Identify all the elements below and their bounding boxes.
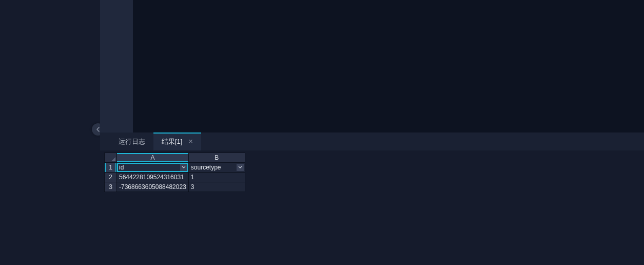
row-header[interactable]: 3 (105, 182, 117, 192)
cell-value: -7368663605088482023 (119, 183, 186, 191)
main-panel: 运行日志 结果[1] ✕ A B 1 id (100, 0, 644, 265)
table-row: 2 5644228109524316031 1 (105, 173, 245, 182)
grid-corner[interactable] (105, 153, 117, 163)
editor-area (100, 0, 644, 132)
editor-body[interactable] (133, 0, 644, 132)
filter-dropdown-button[interactable] (237, 164, 244, 171)
app-root: 运行日志 结果[1] ✕ A B 1 id (0, 0, 644, 265)
cell-B2[interactable]: 1 (188, 173, 245, 182)
tab-label: 结果[1] (162, 137, 182, 146)
results-panel: A B 1 id sourcetype (100, 150, 644, 265)
bottom-tab-bar: 运行日志 结果[1] ✕ (100, 132, 644, 150)
cell-B3[interactable]: 3 (188, 182, 245, 192)
row-header[interactable]: 2 (105, 173, 117, 182)
cell-value: id (119, 164, 124, 171)
editor-gutter (100, 0, 133, 132)
left-sidebar (0, 0, 100, 265)
column-header-row: A B (105, 153, 245, 163)
column-header-B[interactable]: B (188, 153, 245, 163)
chevron-down-icon (182, 166, 186, 169)
table-row: 1 id sourcetype (105, 163, 245, 173)
table-row: 3 -7368663605088482023 3 (105, 182, 245, 192)
cell-value: 5644228109524316031 (119, 174, 184, 181)
result-grid[interactable]: A B 1 id sourcetype (104, 153, 245, 192)
chevron-left-icon (96, 127, 100, 132)
cell-value: sourcetype (191, 164, 221, 171)
cell-A2[interactable]: 5644228109524316031 (117, 173, 189, 182)
cell-value: 3 (191, 183, 194, 191)
cell-B1[interactable]: sourcetype (188, 163, 245, 173)
cell-A3[interactable]: -7368663605088482023 (117, 182, 189, 192)
tab-result[interactable]: 结果[1] ✕ (153, 132, 201, 150)
tab-label: 运行日志 (119, 137, 145, 146)
row-header[interactable]: 1 (105, 163, 117, 173)
close-icon[interactable]: ✕ (188, 138, 193, 145)
column-header-A[interactable]: A (117, 153, 189, 163)
cell-value: 1 (191, 174, 194, 181)
chevron-down-icon (238, 166, 242, 169)
cell-A1[interactable]: id (117, 163, 189, 173)
filter-dropdown-button[interactable] (180, 164, 187, 171)
tab-run-log[interactable]: 运行日志 (110, 132, 153, 150)
